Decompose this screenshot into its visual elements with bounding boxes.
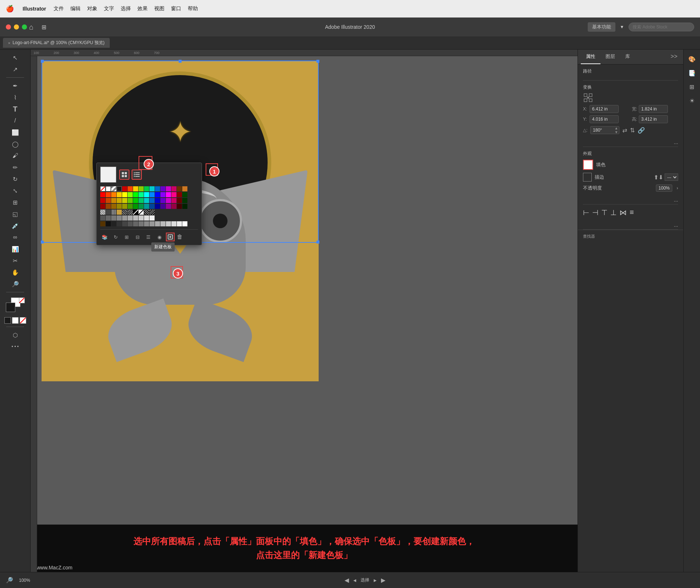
swatch-g3[interactable]	[111, 215, 116, 221]
menu-help[interactable]: 帮助	[188, 5, 198, 12]
swatch-f15[interactable]	[177, 221, 182, 226]
swatch-f7[interactable]	[133, 221, 138, 226]
swatch-f8[interactable]	[139, 221, 144, 226]
swatch-p5[interactable]	[128, 210, 133, 215]
align-left-icon[interactable]: ⊢	[583, 208, 589, 217]
next-frame-btn[interactable]: ▸	[374, 577, 377, 584]
close-button[interactable]	[6, 24, 11, 30]
menu-object[interactable]: 对象	[87, 5, 97, 12]
swatch-d2[interactable]	[106, 198, 111, 203]
swatch-g8[interactable]	[139, 215, 144, 221]
align-center-v-icon[interactable]: ⋈	[619, 208, 627, 217]
swatch-show-icon[interactable]: ↻	[111, 233, 120, 241]
appearance-more-btn[interactable]: ...	[674, 197, 678, 203]
swatch-g6[interactable]	[128, 215, 133, 221]
tool-eyedropper[interactable]: 💉	[9, 221, 22, 231]
swatch-c11[interactable]	[155, 192, 160, 197]
align-center-h-icon[interactable]: ⊣	[592, 208, 598, 217]
swatch-d14[interactable]	[171, 198, 176, 203]
swatch-d13[interactable]	[166, 198, 171, 203]
swatch-d5[interactable]	[122, 198, 127, 203]
swatch-c16[interactable]	[182, 192, 187, 197]
swatch-color-group-icon[interactable]: ◉	[155, 233, 164, 241]
stroke-stepper[interactable]: ⬆⬇	[654, 174, 663, 181]
menu-window[interactable]: 窗口	[171, 5, 181, 12]
swatch-group-icon[interactable]: ⊞	[122, 233, 131, 241]
menu-effect[interactable]: 效果	[137, 5, 148, 12]
swatch-g5[interactable]	[122, 215, 127, 221]
fill-none-swatch[interactable]	[20, 317, 26, 324]
fill-white-swatch[interactable]	[12, 317, 19, 324]
stroke-style-select[interactable]: —	[665, 174, 678, 181]
tool-artboard[interactable]: ⬡	[9, 330, 22, 340]
menu-file[interactable]: 文件	[54, 5, 64, 12]
swatch-g1[interactable]	[100, 215, 105, 221]
rotation-stepper[interactable]: ▲▼	[614, 126, 618, 134]
swatch-e15[interactable]	[177, 204, 182, 209]
tab-layers[interactable]: 图层	[600, 50, 620, 64]
swatch-e4[interactable]	[117, 204, 122, 209]
swatch-d15[interactable]	[177, 198, 182, 203]
swatch-d3[interactable]	[111, 198, 116, 203]
swatch-f2[interactable]	[106, 221, 111, 226]
swatch-f13[interactable]	[166, 221, 171, 226]
swatch-d9[interactable]	[144, 198, 149, 203]
home-icon[interactable]: ⌂	[29, 23, 34, 31]
apple-icon[interactable]: 🍎	[6, 5, 14, 13]
swatch-f16[interactable]	[182, 221, 187, 226]
align-right-icon[interactable]: ⊤	[601, 208, 607, 217]
next-artboard-btn[interactable]: ▶	[381, 577, 385, 584]
swatch-g2[interactable]	[106, 215, 111, 221]
swatch-f10[interactable]	[149, 221, 155, 226]
flip-v-icon[interactable]: ⇅	[630, 127, 635, 134]
swatch-pattern[interactable]	[111, 186, 116, 191]
opacity-expand-icon[interactable]: ›	[677, 186, 678, 191]
swatch-e3[interactable]	[111, 204, 116, 209]
swatch-p7[interactable]	[139, 210, 144, 215]
tool-gradient[interactable]: ◱	[9, 209, 22, 219]
tool-line[interactable]: /	[9, 116, 22, 126]
swatch-grid-view-btn[interactable]	[119, 170, 129, 180]
tool-scale[interactable]: ⤡	[9, 186, 22, 196]
menu-edit[interactable]: 编辑	[70, 5, 81, 12]
swatch-purple-1[interactable]	[160, 186, 166, 191]
right-icon-layers[interactable]: 📑	[685, 66, 699, 79]
swatch-e1[interactable]	[100, 204, 105, 209]
right-icon-sun[interactable]: ☀	[685, 94, 699, 107]
y-input[interactable]	[590, 115, 619, 123]
swatch-ungroup-icon[interactable]: ⊟	[133, 233, 142, 241]
swatch-e11[interactable]	[155, 204, 160, 209]
right-icon-swatches[interactable]: 🎨	[685, 52, 699, 66]
minimize-button[interactable]	[14, 24, 19, 30]
tool-zoom[interactable]: 🔎	[9, 279, 22, 289]
tool-select[interactable]: ↖	[9, 52, 22, 63]
swatch-e8[interactable]	[139, 204, 144, 209]
constrain-icon[interactable]: 🔗	[638, 127, 645, 134]
swatch-c1[interactable]	[100, 192, 105, 197]
swatch-c13[interactable]	[166, 192, 171, 197]
swatch-c3[interactable]	[111, 192, 116, 197]
swatch-e10[interactable]	[149, 204, 155, 209]
swatch-magenta-1[interactable]	[166, 186, 171, 191]
align-more-btn[interactable]: ...	[674, 222, 678, 228]
swatch-library-icon[interactable]: 📚	[100, 233, 109, 241]
swatch-f9[interactable]	[144, 221, 149, 226]
fill-black-swatch[interactable]	[4, 317, 11, 324]
swatch-p4[interactable]	[122, 210, 127, 215]
workspace-dropdown-icon[interactable]: ▼	[620, 24, 624, 30]
tool-brush[interactable]: 🖌	[9, 151, 22, 161]
panel-expand-btn[interactable]: >>	[668, 50, 680, 64]
tool-rotate[interactable]: ↻	[9, 174, 22, 184]
tool-type[interactable]: T	[9, 104, 22, 114]
swatch-f5[interactable]	[122, 221, 127, 226]
swatch-e12[interactable]	[160, 204, 166, 209]
menu-text[interactable]: 文字	[104, 5, 114, 12]
swatch-g4[interactable]	[117, 215, 122, 221]
width-input[interactable]	[639, 105, 668, 113]
prev-artboard-btn[interactable]: ◀	[345, 577, 349, 584]
swatch-c2[interactable]	[106, 192, 111, 197]
swatch-red-1[interactable]	[122, 186, 127, 191]
tool-mesh[interactable]: ⊞	[9, 197, 22, 207]
swatch-e5[interactable]	[122, 204, 127, 209]
swatch-e2[interactable]	[106, 204, 111, 209]
